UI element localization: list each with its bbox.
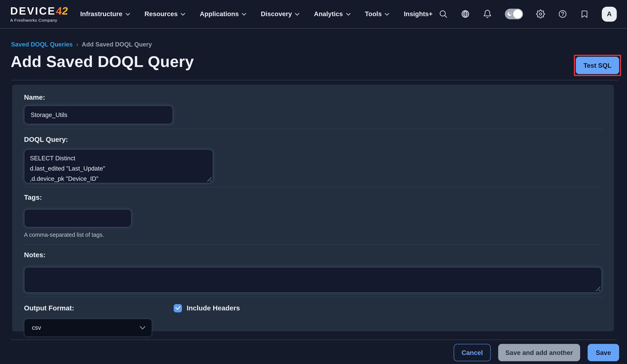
settings-gear-icon[interactable] [536, 9, 545, 18]
breadcrumb-separator: › [76, 41, 78, 48]
header-divider [11, 80, 618, 80]
breadcrumb-link-saved-doql-queries[interactable]: Saved DOQL Queries [11, 41, 73, 48]
doql-query-textarea[interactable]: SELECT Distinct d.last_edited "Last_Upda… [24, 149, 213, 183]
chevron-down-icon [181, 13, 185, 16]
chevron-down-icon [385, 13, 389, 16]
chevron-down-icon [140, 326, 145, 329]
save-and-add-another-button[interactable]: Save and add another [498, 344, 580, 361]
doql-query-label: DOQL Query: [24, 136, 602, 144]
bookmark-icon[interactable] [580, 10, 589, 18]
section-divider [24, 297, 602, 297]
breadcrumb-current: Add Saved DOQL Query [82, 41, 152, 48]
include-headers-checkbox[interactable] [174, 304, 182, 312]
name-label: Name: [24, 93, 602, 102]
navbar-actions: A [439, 6, 617, 21]
add-saved-doql-query-form: Name: DOQL Query: SELECT Distinct d.last… [12, 85, 614, 331]
menu-item-insights[interactable]: Insights+ [404, 10, 433, 18]
breadcrumb: Saved DOQL Queries › Add Saved DOQL Quer… [11, 41, 152, 48]
section-divider [24, 187, 602, 187]
menu-item-resources[interactable]: Resources [145, 10, 185, 18]
tags-input[interactable] [24, 209, 132, 227]
tags-helper-text: A comma-separated list of tags. [24, 232, 602, 238]
section-divider [24, 129, 602, 129]
name-input[interactable] [24, 105, 173, 124]
section-divider [24, 244, 602, 245]
chevron-down-icon [346, 13, 350, 16]
top-navbar: DEVICE42 A Freshworks Company Infrastruc… [0, 0, 627, 29]
footer-actions: Cancel Save and add another Save [454, 344, 619, 361]
output-format-select[interactable]: csv [24, 319, 152, 337]
tags-label: Tags: [24, 193, 602, 202]
moon-stars-icon [507, 11, 513, 17]
menu-item-applications[interactable]: Applications [200, 10, 246, 18]
main-menu: Infrastructure Resources Applications Di… [80, 10, 432, 18]
notifications-bell-icon[interactable] [483, 9, 492, 18]
globe-icon[interactable] [461, 9, 470, 18]
user-avatar[interactable]: A [602, 6, 617, 21]
menu-item-tools[interactable]: Tools [365, 10, 389, 18]
help-icon[interactable] [558, 9, 567, 18]
app-window: DEVICE42 A Freshworks Company Infrastruc… [0, 0, 627, 364]
chevron-down-icon [242, 13, 246, 16]
brand-logo[interactable]: DEVICE42 A Freshworks Company [10, 6, 68, 22]
output-format-value: csv [32, 324, 41, 331]
toggle-knob [513, 9, 522, 18]
notes-textarea[interactable] [24, 267, 602, 293]
output-format-label: Output Format: [24, 304, 602, 312]
brand-tagline: A Freshworks Company [10, 18, 68, 22]
footer-divider [11, 340, 617, 340]
page-title: Add Saved DOQL Query [11, 53, 194, 70]
menu-item-infrastructure[interactable]: Infrastructure [80, 10, 130, 18]
notes-label: Notes: [24, 251, 602, 259]
test-sql-button[interactable]: Test SQL [576, 57, 619, 74]
chevron-down-icon [295, 13, 299, 16]
search-icon[interactable] [439, 9, 448, 18]
brand-name: DEVICE42 [10, 6, 68, 16]
menu-item-discovery[interactable]: Discovery [261, 10, 300, 18]
menu-item-analytics[interactable]: Analytics [314, 10, 350, 18]
theme-toggle[interactable] [505, 9, 523, 19]
cancel-button[interactable]: Cancel [454, 344, 491, 361]
chevron-down-icon [126, 13, 130, 16]
save-button[interactable]: Save [588, 344, 619, 361]
include-headers-checkbox-group[interactable]: Include Headers [174, 304, 240, 312]
include-headers-label: Include Headers [187, 304, 240, 312]
test-sql-highlight-ring: Test SQL [574, 55, 621, 76]
brand-number: 42 [55, 6, 68, 16]
